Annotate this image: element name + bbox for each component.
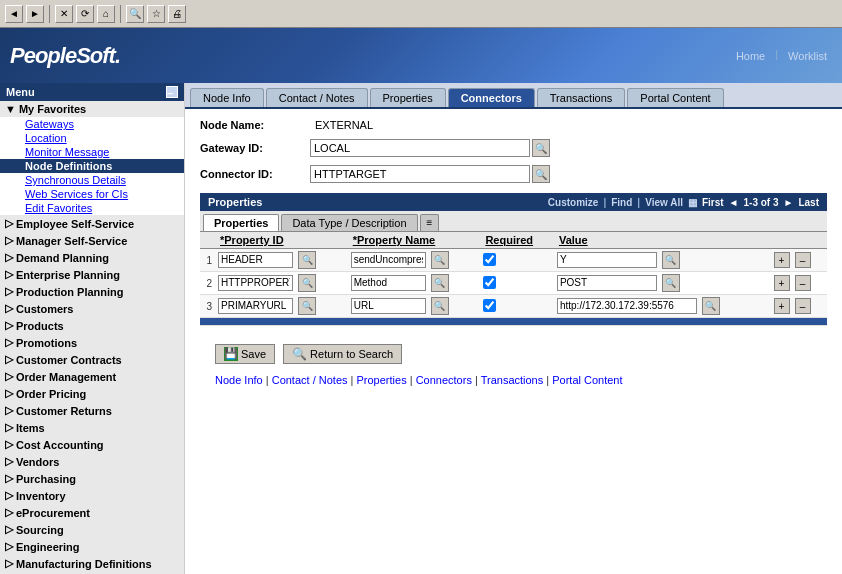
return-search-icon: 🔍 bbox=[292, 347, 307, 361]
sidebar-employee-self-service[interactable]: ▷ Employee Self-Service bbox=[0, 215, 184, 232]
sidebar-engineering[interactable]: ▷ Engineering bbox=[0, 538, 184, 555]
tab-contact-notes[interactable]: Contact / Notes bbox=[266, 88, 368, 107]
purchasing-triangle: ▷ bbox=[5, 472, 13, 485]
footer-node-info-link[interactable]: Node Info bbox=[215, 374, 263, 386]
tab-portal-content[interactable]: Portal Content bbox=[627, 88, 723, 107]
row-3-property-id-search[interactable]: 🔍 bbox=[298, 297, 316, 315]
sidebar-item-web-services[interactable]: Web Services for CIs bbox=[0, 187, 184, 201]
footer-transactions-link[interactable]: Transactions bbox=[481, 374, 544, 386]
sidebar-customer-returns[interactable]: ▷ Customer Returns bbox=[0, 402, 184, 419]
row-1-property-name-input[interactable] bbox=[351, 252, 426, 268]
sidebar-enterprise-planning[interactable]: ▷ Enterprise Planning bbox=[0, 266, 184, 283]
row-1-value-search[interactable]: 🔍 bbox=[662, 251, 680, 269]
save-button[interactable]: 💾 Save bbox=[215, 344, 275, 364]
row-3-value-search[interactable]: 🔍 bbox=[702, 297, 720, 315]
sidebar-item-node-definitions[interactable]: Node Definitions bbox=[0, 159, 184, 173]
row-2-value-search[interactable]: 🔍 bbox=[662, 274, 680, 292]
items-triangle: ▷ bbox=[5, 421, 13, 434]
row-3-required-cell bbox=[480, 295, 554, 318]
row-1-property-id-input[interactable] bbox=[218, 252, 293, 268]
footer-connectors-link[interactable]: Connectors bbox=[416, 374, 472, 386]
print-button[interactable]: 🖨 bbox=[168, 5, 186, 23]
row-2-remove-button[interactable]: – bbox=[795, 275, 811, 291]
row-1-add-button[interactable]: + bbox=[774, 252, 790, 268]
sidebar-sourcing[interactable]: ▷ Sourcing bbox=[0, 521, 184, 538]
row-1-property-name-search[interactable]: 🔍 bbox=[431, 251, 449, 269]
row-2-property-id-search[interactable]: 🔍 bbox=[298, 274, 316, 292]
sidebar-item-synchronous-details[interactable]: Synchronous Details bbox=[0, 173, 184, 187]
footer-portal-content-link[interactable]: Portal Content bbox=[552, 374, 622, 386]
row-3-property-id-input[interactable] bbox=[218, 298, 293, 314]
sub-tab-data-type-description[interactable]: Data Type / Description bbox=[281, 214, 417, 231]
row-2-property-name-input[interactable] bbox=[351, 275, 426, 291]
footer-properties-link[interactable]: Properties bbox=[357, 374, 407, 386]
sidebar-item-location[interactable]: Location bbox=[0, 131, 184, 145]
tab-transactions[interactable]: Transactions bbox=[537, 88, 626, 107]
row-3-value-input[interactable] bbox=[557, 298, 697, 314]
home-button[interactable]: ⌂ bbox=[97, 5, 115, 23]
customize-link[interactable]: Customize bbox=[548, 197, 599, 208]
row-2-add-button[interactable]: + bbox=[774, 275, 790, 291]
row-2-property-name-search[interactable]: 🔍 bbox=[431, 274, 449, 292]
sidebar-inventory[interactable]: ▷ Inventory bbox=[0, 487, 184, 504]
sidebar-item-monitor-message[interactable]: Monitor Message bbox=[0, 145, 184, 159]
sidebar-order-management[interactable]: ▷ Order Management bbox=[0, 368, 184, 385]
refresh-button[interactable]: ⟳ bbox=[76, 5, 94, 23]
sidebar-products[interactable]: ▷ Products bbox=[0, 317, 184, 334]
footer-contact-notes-link[interactable]: Contact / Notes bbox=[272, 374, 348, 386]
row-3-required-checkbox[interactable] bbox=[483, 299, 496, 312]
row-1-property-id-search[interactable]: 🔍 bbox=[298, 251, 316, 269]
row-3-property-id-cell: 🔍 bbox=[215, 295, 348, 318]
next-icon[interactable]: ► bbox=[784, 197, 794, 208]
sidebar-demand-planning[interactable]: ▷ Demand Planning bbox=[0, 249, 184, 266]
gateway-id-input[interactable] bbox=[310, 139, 530, 157]
sidebar-manager-self-service[interactable]: ▷ Manager Self-Service bbox=[0, 232, 184, 249]
prev-icon[interactable]: ◄ bbox=[729, 197, 739, 208]
sidebar-purchasing[interactable]: ▷ Purchasing bbox=[0, 470, 184, 487]
sidebar-production-planning[interactable]: ▷ Production Planning bbox=[0, 283, 184, 300]
row-3-remove-button[interactable]: – bbox=[795, 298, 811, 314]
tab-connectors[interactable]: Connectors bbox=[448, 88, 535, 107]
sidebar-vendors[interactable]: ▷ Vendors bbox=[0, 453, 184, 470]
sidebar-item-edit-favorites[interactable]: Edit Favorites bbox=[0, 201, 184, 215]
home-link[interactable]: Home bbox=[731, 48, 770, 64]
return-to-search-button[interactable]: 🔍 Return to Search bbox=[283, 344, 402, 364]
sidebar-eprocurement[interactable]: ▷ eProcurement bbox=[0, 504, 184, 521]
sidebar-order-pricing[interactable]: ▷ Order Pricing bbox=[0, 385, 184, 402]
back-button[interactable]: ◄ bbox=[5, 5, 23, 23]
search-browser-button[interactable]: 🔍 bbox=[126, 5, 144, 23]
sidebar-customer-contracts[interactable]: ▷ Customer Contracts bbox=[0, 351, 184, 368]
tab-node-info[interactable]: Node Info bbox=[190, 88, 264, 107]
sub-tab-properties[interactable]: Properties bbox=[203, 214, 279, 231]
properties-header-right: Customize | Find | View All ▦ First ◄ 1-… bbox=[548, 197, 819, 208]
engineering-triangle: ▷ bbox=[5, 540, 13, 553]
find-link[interactable]: Find bbox=[611, 197, 632, 208]
sidebar-promotions[interactable]: ▷ Promotions bbox=[0, 334, 184, 351]
favorites-button[interactable]: ☆ bbox=[147, 5, 165, 23]
connector-id-search-icon[interactable]: 🔍 bbox=[532, 165, 550, 183]
sidebar-customers[interactable]: ▷ Customers bbox=[0, 300, 184, 317]
row-2-required-checkbox[interactable] bbox=[483, 276, 496, 289]
row-2-value-input[interactable] bbox=[557, 275, 657, 291]
worklist-link[interactable]: Worklist bbox=[783, 48, 832, 64]
sidebar-manufacturing-definitions[interactable]: ▷ Manufacturing Definitions bbox=[0, 555, 184, 572]
row-2-property-id-input[interactable] bbox=[218, 275, 293, 291]
sub-tab-icon[interactable]: ≡ bbox=[420, 214, 440, 231]
view-all-link[interactable]: View All bbox=[645, 197, 683, 208]
tab-properties[interactable]: Properties bbox=[370, 88, 446, 107]
sidebar-items[interactable]: ▷ Items bbox=[0, 419, 184, 436]
gateway-id-search-icon[interactable]: 🔍 bbox=[532, 139, 550, 157]
row-3-property-name-search[interactable]: 🔍 bbox=[431, 297, 449, 315]
row-1-required-checkbox[interactable] bbox=[483, 253, 496, 266]
row-3-property-name-input[interactable] bbox=[351, 298, 426, 314]
row-3-add-button[interactable]: + bbox=[774, 298, 790, 314]
connector-id-input[interactable] bbox=[310, 165, 530, 183]
sidebar-my-favorites[interactable]: ▼ My Favorites bbox=[0, 101, 184, 117]
stop-button[interactable]: ✕ bbox=[55, 5, 73, 23]
row-1-value-input[interactable] bbox=[557, 252, 657, 268]
row-1-remove-button[interactable]: – bbox=[795, 252, 811, 268]
sidebar-cost-accounting[interactable]: ▷ Cost Accounting bbox=[0, 436, 184, 453]
sidebar-collapse-icon[interactable]: – bbox=[166, 86, 178, 98]
forward-button[interactable]: ► bbox=[26, 5, 44, 23]
sidebar-item-gateways[interactable]: Gateways bbox=[0, 117, 184, 131]
